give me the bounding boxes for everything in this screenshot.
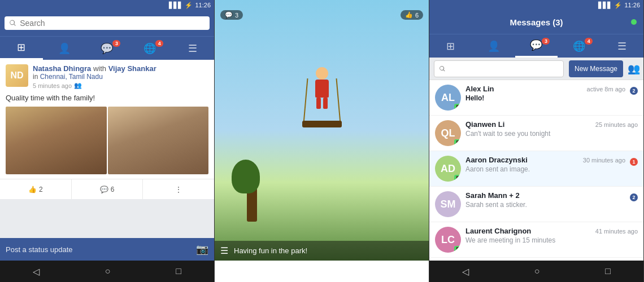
swing-scene: [215, 0, 429, 261]
home-icon: ⊞: [17, 41, 25, 54]
tabs-bar-3: ⊞ 👤 💬 3 🌐 4 ☰: [429, 34, 643, 58]
phone-messages: ▋▋▋ ⚡ 11:26 Messages (3) ⊞ 👤 💬 3 🌐 4 ☰: [429, 0, 644, 282]
comment-icon-photo: 💬: [225, 11, 233, 19]
messages-badge-3: 3: [542, 38, 550, 45]
notifications-badge-3: 4: [585, 38, 593, 45]
tab-home[interactable]: ⊞: [0, 37, 43, 60]
home-button[interactable]: ○: [105, 266, 111, 276]
like-action[interactable]: 👍 2: [0, 179, 72, 199]
home-button-3[interactable]: ○: [534, 266, 540, 276]
signal-icon-3: ▋▋▋: [598, 2, 612, 9]
post-card: ND Natasha Dhingra with Vijay Shankar in…: [0, 60, 214, 199]
hamburger-icon[interactable]: ☰: [220, 245, 228, 256]
post-time: 5 minutes ago 👥: [33, 82, 208, 89]
back-button[interactable]: ◁: [33, 266, 40, 277]
search-box[interactable]: [5, 16, 210, 30]
post-images: [0, 107, 214, 179]
conversation-item-alex[interactable]: AL 📱 Alex Lin active 8m ago Hello! 2: [429, 80, 643, 116]
android-nav-1: ◁ ○ □: [0, 261, 214, 282]
more-action[interactable]: ⋮: [143, 179, 214, 199]
conversation-preview-qianwen: Can't wait to see you tonight: [465, 130, 638, 138]
conversation-content-laurent: Laurent Charignon 41 minutes ago We are …: [465, 227, 638, 244]
sky-background: [215, 0, 429, 261]
comment-count-badge: 💬 3: [220, 10, 243, 20]
phone-photo: ▋▋▋ ⚡ 11:26 💬 3 👍 6: [215, 0, 429, 282]
avatar-initials-sarah: SM: [435, 191, 461, 217]
online-icon-qianwen: 📱: [454, 139, 461, 146]
message-search-field[interactable]: [434, 60, 564, 77]
search-icon: [9, 19, 16, 27]
tab-menu-3[interactable]: ☰: [601, 34, 643, 58]
comment-action[interactable]: 💬 6: [72, 179, 143, 199]
search-icon-msg: [439, 65, 446, 72]
message-search-input[interactable]: [448, 64, 559, 73]
child-body: [315, 80, 329, 98]
tab-friends-3[interactable]: 👤: [472, 34, 515, 58]
like-icon-photo: 👍: [405, 11, 413, 19]
tab-friends[interactable]: 👤: [43, 37, 86, 60]
swing-child: [314, 67, 330, 112]
conversation-content-qianwen: Qianwen Li 25 minutes ago Can't wait to …: [465, 120, 638, 138]
avatar-qianwen: QL 📱: [435, 120, 461, 146]
status-update-bar: Post a status update 📷: [0, 238, 214, 261]
conversation-time-qianwen: 25 minutes ago: [595, 121, 638, 128]
battery-icon: ⚡: [185, 2, 193, 9]
coauthor-link[interactable]: Vijay Shankar: [108, 64, 156, 73]
tab-notifications-3[interactable]: 🌐 4: [558, 34, 601, 58]
conversation-item-qianwen[interactable]: QL 📱 Qianwen Li 25 minutes ago Can't wai…: [429, 116, 643, 151]
conversation-preview-laurent: We are meeting in 15 minutes: [465, 236, 638, 244]
post-image-2[interactable]: [108, 107, 209, 174]
post-actions: 👍 2 💬 6 ⋮: [0, 179, 214, 199]
conversation-content-aaron: Aaron Draczynski 30 minutes ago Aaron se…: [465, 156, 625, 173]
messages-header: Messages (3): [429, 10, 643, 34]
search-navbar: [0, 10, 214, 36]
message-search-bar: New Message 👥: [429, 58, 643, 80]
news-feed: ND Natasha Dhingra with Vijay Shankar in…: [0, 60, 214, 238]
like-count-badge: 👍 6: [401, 10, 423, 20]
child-leg-right: [323, 98, 328, 109]
child-legs: [314, 98, 330, 109]
post-image-1[interactable]: [6, 107, 107, 174]
tab-messages[interactable]: 💬 3: [86, 37, 129, 60]
photo-background[interactable]: [215, 0, 429, 261]
new-message-button[interactable]: New Message: [569, 60, 623, 77]
tabs-bar-1: ⊞ 👤 💬 3 🌐 4 ☰: [0, 36, 214, 60]
message-list: AL 📱 Alex Lin active 8m ago Hello! 2 QL …: [429, 80, 643, 261]
conversation-name-sarah: Sarah Mann + 2: [465, 191, 520, 200]
friends-icon-3: 👤: [488, 40, 500, 52]
conversation-item-sarah[interactable]: SM Sarah Mann + 2 Sarah sent a sticker. …: [429, 187, 643, 222]
status-update-input[interactable]: Post a status update: [6, 245, 196, 254]
tab-notifications[interactable]: 🌐 4: [128, 37, 171, 60]
unread-badge-aaron: 1: [630, 158, 638, 166]
like-icon: 👍: [28, 186, 37, 193]
online-icon-laurent: 📱: [454, 246, 461, 253]
search-input[interactable]: [20, 19, 205, 28]
camera-icon[interactable]: 📷: [196, 243, 208, 255]
conversation-item-laurent[interactable]: LC 📱 Laurent Charignon 41 minutes ago We…: [429, 222, 643, 258]
avatar-aaron: AD 📱: [435, 156, 461, 182]
messages-icon: 💬: [101, 42, 113, 55]
tree-top: [232, 160, 260, 193]
conversation-item-aaron[interactable]: AD 📱 Aaron Draczynski 30 minutes ago Aar…: [429, 151, 643, 187]
status-bar-3: ▋▋▋ ⚡ 11:26: [429, 0, 643, 10]
online-icon-alex: 📱: [454, 104, 461, 111]
notifications-badge: 4: [155, 40, 163, 47]
time-display-3: 11:26: [624, 2, 640, 8]
new-message-label: New Message: [575, 65, 617, 73]
photo-overlay-top: 💬 3 👍 6: [215, 10, 429, 20]
post-author: Natasha Dhingra with Vijay Shankar: [33, 64, 208, 73]
photo-caption-bar: ☰ Having fun in the park!: [215, 241, 429, 261]
recents-button[interactable]: □: [176, 266, 181, 276]
conversation-name-alex: Alex Lin: [465, 85, 494, 93]
comment-icon: 💬: [100, 186, 108, 193]
post-header: ND Natasha Dhingra with Vijay Shankar in…: [0, 60, 214, 94]
recents-button-3[interactable]: □: [605, 266, 611, 276]
tab-menu[interactable]: ☰: [171, 37, 214, 60]
android-nav-3: ◁ ○ □: [429, 261, 643, 282]
tab-messages-3[interactable]: 💬 3: [515, 34, 558, 58]
conversation-preview-alex: Hello!: [465, 94, 625, 102]
status-bar-1: ▋▋▋ ⚡ 11:26: [0, 0, 214, 10]
back-button-3[interactable]: ◁: [462, 266, 469, 277]
tab-home-3[interactable]: ⊞: [429, 34, 472, 58]
add-people-icon[interactable]: 👥: [628, 63, 640, 75]
